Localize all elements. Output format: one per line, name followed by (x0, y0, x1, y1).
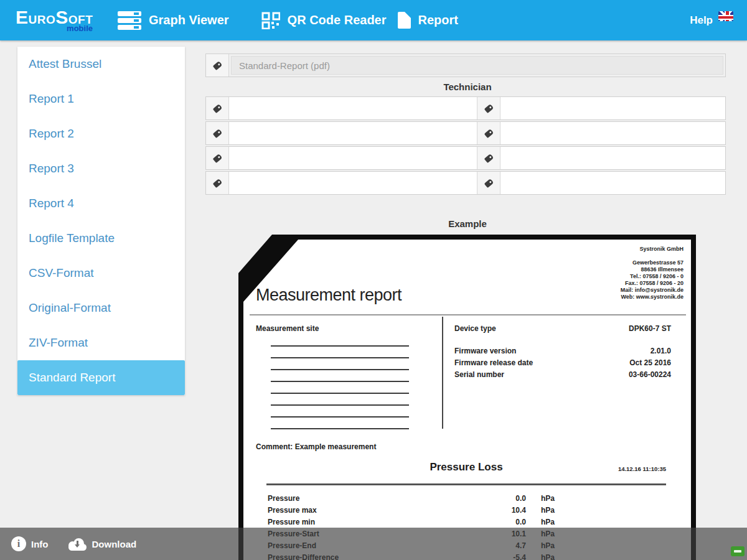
cloud-download-icon (67, 537, 87, 551)
company-address-line: Tel.: 07558 / 9206 - 0 (621, 273, 684, 280)
device-info-row: Firmware release date Oct 25 2016 (454, 357, 671, 369)
technician-row (205, 96, 726, 120)
technician-table (205, 96, 726, 196)
device-info-value: 2.01.0 (651, 345, 671, 357)
nav-graph-viewer-label: Graph Viewer (149, 13, 229, 27)
sidebar-item-csv-format[interactable]: CSV-Format (17, 256, 185, 291)
sidebar-item-logfile-template[interactable]: Logfile Template (17, 221, 185, 256)
tag-icon-cell (477, 97, 500, 119)
graph-list-icon (118, 11, 141, 30)
measurement-rule (266, 483, 666, 485)
report-filename-row (205, 54, 726, 77)
measurement-row: Pressure min 0.0 hPa (243, 516, 691, 528)
measurement-unit: hPa (541, 506, 555, 515)
nav-qr-code-reader[interactable]: QR Code Reader (261, 12, 387, 29)
measurement-value: 10.4 (433, 506, 526, 515)
measurement-row: Pressure max 10.4 hPa (243, 504, 691, 516)
technician-input-right[interactable] (500, 122, 725, 144)
tag-icon-cell (206, 97, 229, 119)
report-filename-input[interactable] (231, 56, 723, 75)
download-button[interactable]: Download (67, 537, 137, 551)
report-comment: Comment: Example measurement (256, 442, 376, 451)
technician-input-left[interactable] (229, 122, 477, 144)
measurement-title: Pressure Loss (430, 461, 502, 473)
tag-icon (484, 103, 494, 113)
company-address-line: Web: www.systronik.de (621, 294, 684, 301)
tag-icon (212, 60, 222, 70)
technician-input-left[interactable] (229, 147, 477, 169)
tag-icon-cell (206, 147, 229, 169)
device-info-value: DPK60-7 ST (629, 323, 671, 335)
technician-input-left[interactable] (229, 97, 477, 119)
bottom-toolbar: i Info Download (0, 528, 747, 560)
company-address-line: Mail: info@systronik.de (621, 287, 684, 294)
header-right: Help (690, 14, 733, 27)
title-rule (250, 314, 686, 315)
tag-icon (212, 178, 222, 187)
technician-input-right[interactable] (500, 97, 725, 119)
device-info-row: Firmware version 2.01.0 (454, 345, 671, 357)
help-button[interactable]: Help (690, 14, 713, 27)
company-address-block: Systronik GmbH Gewerbestrasse 57 88636 I… (621, 246, 684, 301)
technician-row (205, 171, 726, 195)
tag-icon (484, 178, 494, 187)
sidebar-item-report-2[interactable]: Report 2 (17, 116, 185, 151)
company-address-line: Fax.: 07558 / 9206 - 20 (621, 280, 684, 287)
report-preview: Systronik GmbH Gewerbestrasse 57 88636 I… (238, 235, 696, 560)
company-address-line: 88636 Illmensee (621, 266, 684, 273)
sidebar-item-standard-report[interactable]: Standard Report (17, 360, 185, 395)
company-name: Systronik GmbH (621, 246, 684, 253)
tag-icon-cell (206, 172, 229, 194)
measurement-value: 0.0 (433, 518, 526, 526)
tag-icon (484, 128, 494, 138)
measurement-unit: hPa (541, 494, 555, 503)
info-button[interactable]: i Info (11, 536, 49, 551)
measurement-value: 0.0 (433, 494, 526, 503)
tag-icon (212, 103, 222, 113)
tag-icon-cell (206, 122, 229, 144)
device-info-label: Serial number (454, 369, 504, 381)
qr-code-icon (261, 12, 280, 29)
measurement-label: Pressure (268, 494, 433, 503)
device-info-value: Oct 25 2016 (629, 357, 671, 369)
app-header: EUROSOFT mobile Graph Viewer QR Code Re (0, 0, 747, 40)
device-info-block: Device type DPK60-7 ST Firmware version … (454, 323, 671, 381)
company-address-line: Gewerbestrasse 57 (621, 259, 684, 266)
info-icon: i (11, 536, 26, 551)
measurement-unit: hPa (541, 518, 555, 526)
tag-icon-cell (477, 172, 500, 194)
tag-icon-cell (477, 122, 500, 144)
nav-graph-viewer[interactable]: Graph Viewer (96, 11, 229, 30)
measurement-row: Pressure 0.0 hPa (243, 492, 691, 504)
measurement-site-label: Measurement site (256, 324, 319, 333)
tag-icon-cell (206, 54, 229, 77)
green-badge-icon (731, 546, 745, 556)
measurement-timestamp: 14.12.16 11:10:35 (618, 465, 666, 472)
technician-input-left[interactable] (229, 172, 477, 194)
app-window: EUROSOFT mobile Graph Viewer QR Code Re (0, 0, 747, 560)
measurement-section-header: Pressure Loss 14.12.16 11:10:35 (266, 461, 666, 474)
info-button-label: Info (31, 539, 49, 549)
device-info-row: Device type DPK60-7 ST (454, 323, 671, 335)
sidebar-item-report-3[interactable]: Report 3 (17, 151, 185, 186)
sidebar-item-attest-brussel[interactable]: Attest Brussel (17, 47, 185, 82)
technician-row (205, 121, 726, 145)
uk-flag-icon[interactable] (718, 11, 733, 21)
example-label: Example (197, 218, 738, 229)
measurement-label: Pressure max (268, 506, 433, 515)
column-divider (442, 317, 443, 429)
sidebar: Attest Brussel Report 1 Report 2 Report … (17, 47, 185, 395)
nav-qr-code-reader-label: QR Code Reader (288, 13, 387, 27)
sidebar-item-original-format[interactable]: Original-Format (17, 291, 185, 325)
technician-input-right[interactable] (500, 147, 725, 169)
sidebar-item-report-1[interactable]: Report 1 (17, 82, 185, 116)
technician-input-right[interactable] (500, 172, 725, 194)
nav-report-label: Report (418, 13, 458, 27)
measurement-site-lines (271, 345, 409, 440)
nav-report[interactable]: Report (387, 12, 458, 29)
sidebar-item-report-4[interactable]: Report 4 (17, 186, 185, 221)
sidebar-item-ziv-format[interactable]: ZIV-Format (17, 325, 185, 360)
device-info-row: Serial number 03-66-00224 (454, 369, 671, 381)
eurosoft-logo: EUROSOFT mobile (16, 8, 96, 32)
technician-label: Technician (197, 82, 738, 92)
